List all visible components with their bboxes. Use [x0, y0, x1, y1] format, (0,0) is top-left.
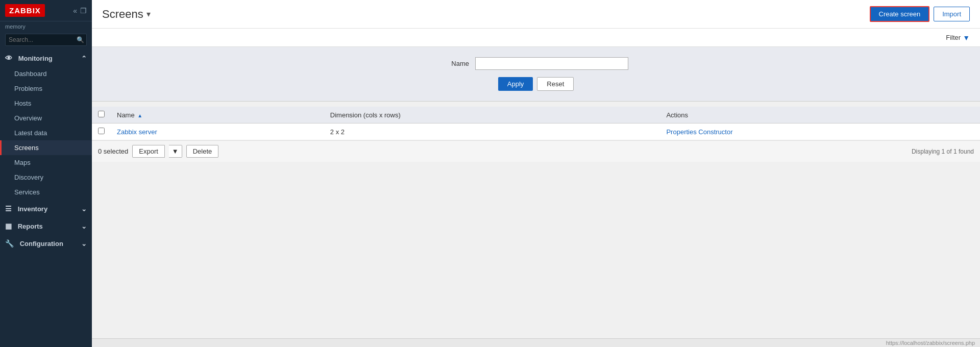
sidebar-search-input[interactable] [5, 34, 87, 46]
inventory-chevron: ⌄ [81, 205, 87, 213]
sidebar-item-overview[interactable]: Overview [0, 111, 92, 126]
status-bar: https://localhost/zabbix/screens.php [92, 338, 980, 347]
monitoring-label: Monitoring [18, 55, 53, 62]
screen-dimension: 2 x 2 [330, 128, 345, 136]
filter-bar: Filter ▼ [92, 29, 980, 47]
inventory-label: Inventory [18, 205, 48, 213]
sidebar-memory-label: memory [0, 21, 92, 31]
sidebar-item-latest-data[interactable]: Latest data [0, 126, 92, 140]
table-footer: 0 selected Export ▼ Delete Displaying 1 … [92, 140, 980, 162]
content-area: Filter ▼ Name Apply Reset [92, 29, 980, 338]
monitoring-icon: 👁 [5, 54, 12, 62]
table-row: Zabbix server 2 x 2 Properties Construct… [92, 123, 980, 140]
filter-label: Filter [946, 34, 961, 41]
row-actions-col: Properties Constructor [660, 123, 980, 140]
fullscreen-icon[interactable]: ❐ [80, 7, 87, 15]
nav-section-inventory: ☰ Inventory ⌄ [0, 200, 92, 217]
displaying-text: Displaying 1 of 1 found [912, 148, 974, 155]
sidebar-item-services[interactable]: Services [0, 185, 92, 200]
configuration-chevron: ⌄ [81, 240, 87, 247]
monitoring-chevron: ⌃ [81, 55, 87, 62]
constructor-link[interactable]: Constructor [698, 128, 732, 136]
main-content: Screens ▾ Create screen Import Filter ▼ … [92, 0, 980, 347]
sidebar-header: ZABBIX « ❐ [0, 0, 92, 21]
sidebar: ZABBIX « ❐ memory 🔍 👁 Monitoring ⌃ Dashb… [0, 0, 92, 347]
sidebar-item-problems[interactable]: Problems [0, 81, 92, 96]
screens-table: Name ▲ Dimension (cols x rows) Actions [92, 107, 980, 140]
row-checkbox-col [92, 123, 111, 140]
inventory-section-header[interactable]: ☰ Inventory ⌄ [0, 200, 92, 217]
sidebar-item-hosts[interactable]: Hosts [0, 96, 92, 111]
page-title-chevron[interactable]: ▾ [146, 9, 151, 19]
dimension-col-header: Dimension (cols x rows) [324, 107, 660, 123]
create-screen-button[interactable]: Create screen [870, 6, 930, 22]
sidebar-search-container: 🔍 [0, 31, 92, 49]
status-url: https://localhost/zabbix/screens.php [886, 340, 975, 346]
sidebar-header-icons: « ❐ [73, 7, 87, 15]
actions-col-header: Actions [660, 107, 980, 123]
collapse-icon[interactable]: « [73, 7, 77, 15]
table-footer-left: 0 selected Export ▼ Delete [98, 145, 218, 158]
filter-name-row: Name [102, 57, 970, 70]
configuration-icon: 🔧 [5, 239, 14, 247]
nav-section-configuration: 🔧 Configuration ⌄ [0, 234, 92, 252]
topbar-buttons: Create screen Import [870, 6, 970, 22]
reports-icon: ▦ [5, 222, 12, 230]
import-button[interactable]: Import [934, 7, 970, 21]
name-col-label: Name [117, 111, 135, 119]
page-title: Screens [102, 8, 143, 21]
sidebar-item-dashboard[interactable]: Dashboard [0, 66, 92, 81]
properties-link[interactable]: Properties [666, 128, 696, 136]
nav-section-reports: ▦ Reports ⌄ [0, 217, 92, 234]
export-dropdown-button[interactable]: ▼ [169, 145, 182, 158]
sidebar-item-discovery[interactable]: Discovery [0, 170, 92, 185]
sidebar-item-screens[interactable]: Screens [0, 140, 92, 155]
select-all-checkbox[interactable] [98, 111, 105, 117]
topbar: Screens ▾ Create screen Import [92, 0, 980, 29]
filter-actions: Apply Reset [102, 77, 970, 91]
delete-button[interactable]: Delete [186, 145, 219, 158]
reports-section-header[interactable]: ▦ Reports ⌄ [0, 217, 92, 234]
reports-label: Reports [18, 222, 43, 230]
filter-panel: Name Apply Reset [92, 47, 980, 102]
filter-name-input[interactable] [475, 57, 628, 70]
monitoring-section-header[interactable]: 👁 Monitoring ⌃ [0, 49, 92, 66]
zabbix-logo: ZABBIX [5, 4, 45, 17]
name-sort-icon: ▲ [137, 113, 142, 118]
nav-section-monitoring: 👁 Monitoring ⌃ Dashboard Problems Hosts … [0, 49, 92, 200]
row-checkbox[interactable] [98, 128, 105, 134]
table-body: Zabbix server 2 x 2 Properties Construct… [92, 123, 980, 140]
row-name-col: Zabbix server [111, 123, 324, 140]
filter-name-label: Name [444, 60, 469, 67]
select-all-col [92, 107, 111, 123]
monitoring-items: Dashboard Problems Hosts Overview Latest… [0, 66, 92, 200]
apply-button[interactable]: Apply [498, 77, 533, 91]
filter-icon[interactable]: ▼ [963, 34, 970, 42]
page-title-container: Screens ▾ [102, 8, 151, 21]
dimension-col-label: Dimension (cols x rows) [330, 111, 401, 119]
inventory-icon: ☰ [5, 205, 12, 213]
screen-name-link[interactable]: Zabbix server [117, 128, 157, 136]
sidebar-item-maps[interactable]: Maps [0, 155, 92, 170]
selected-count: 0 selected [98, 147, 128, 155]
reset-button[interactable]: Reset [537, 77, 574, 91]
table-header-row: Name ▲ Dimension (cols x rows) Actions [92, 107, 980, 123]
reports-chevron: ⌄ [81, 222, 87, 230]
row-dimension-col: 2 x 2 [324, 123, 660, 140]
export-button[interactable]: Export [132, 145, 165, 158]
actions-col-label: Actions [666, 111, 688, 119]
screens-table-container: Name ▲ Dimension (cols x rows) Actions [92, 107, 980, 162]
configuration-section-header[interactable]: 🔧 Configuration ⌄ [0, 234, 92, 252]
configuration-label: Configuration [20, 240, 63, 247]
name-col-header[interactable]: Name ▲ [111, 107, 324, 123]
